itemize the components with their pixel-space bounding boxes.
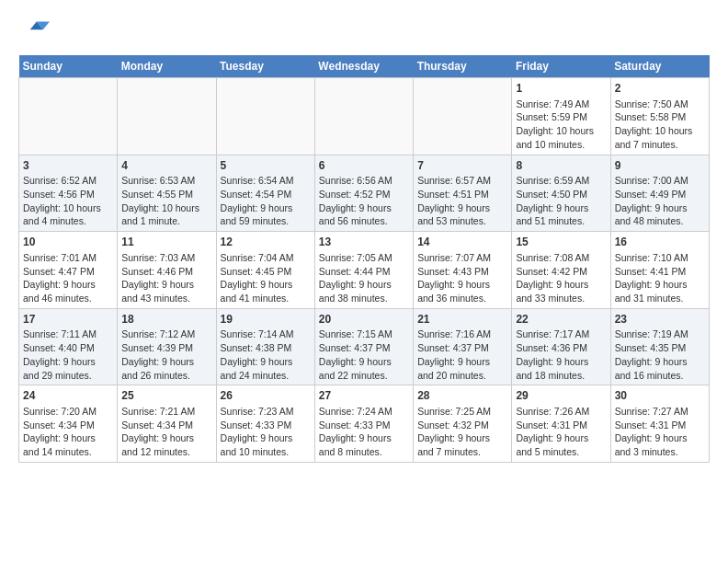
day-number: 1	[516, 81, 606, 97]
day-info: Sunrise: 7:24 AM Sunset: 4:33 PM Dayligh…	[319, 406, 392, 457]
day-number: 4	[121, 158, 211, 174]
day-info: Sunrise: 6:57 AM Sunset: 4:51 PM Dayligh…	[417, 175, 491, 226]
calendar-cell	[19, 78, 118, 155]
day-number: 29	[516, 388, 606, 404]
calendar-cell: 13Sunrise: 7:05 AM Sunset: 4:44 PM Dayli…	[314, 232, 413, 309]
calendar-cell: 5Sunrise: 6:54 AM Sunset: 4:54 PM Daylig…	[216, 155, 314, 232]
calendar-cell: 29Sunrise: 7:26 AM Sunset: 4:31 PM Dayli…	[512, 385, 610, 463]
calendar-cell: 10Sunrise: 7:01 AM Sunset: 4:47 PM Dayli…	[19, 232, 118, 309]
day-info: Sunrise: 7:12 AM Sunset: 4:39 PM Dayligh…	[121, 328, 195, 380]
calendar-cell	[414, 78, 512, 155]
day-info: Sunrise: 7:26 AM Sunset: 4:31 PM Dayligh…	[516, 406, 589, 457]
day-number: 17	[23, 312, 113, 327]
day-number: 10	[23, 235, 113, 250]
day-info: Sunrise: 7:11 AM Sunset: 4:40 PM Dayligh…	[23, 328, 97, 380]
logo-icon	[18, 18, 51, 46]
calendar-cell: 8Sunrise: 6:59 AM Sunset: 4:50 PM Daylig…	[512, 155, 610, 232]
day-number: 23	[615, 312, 705, 327]
day-info: Sunrise: 7:10 AM Sunset: 4:41 PM Dayligh…	[615, 252, 688, 304]
day-number: 14	[417, 235, 507, 250]
calendar-cell: 16Sunrise: 7:10 AM Sunset: 4:41 PM Dayli…	[610, 232, 709, 309]
day-number: 18	[121, 312, 211, 327]
day-number: 15	[516, 235, 606, 250]
weekday-header: Friday	[512, 55, 610, 78]
day-number: 16	[615, 235, 705, 250]
day-info: Sunrise: 7:05 AM Sunset: 4:44 PM Dayligh…	[319, 252, 392, 304]
calendar-cell: 11Sunrise: 7:03 AM Sunset: 4:46 PM Dayli…	[118, 232, 216, 309]
day-info: Sunrise: 6:56 AM Sunset: 4:52 PM Dayligh…	[319, 175, 392, 226]
day-info: Sunrise: 7:19 AM Sunset: 4:35 PM Dayligh…	[615, 328, 688, 380]
day-number: 13	[319, 235, 409, 250]
day-info: Sunrise: 7:25 AM Sunset: 4:32 PM Dayligh…	[417, 406, 491, 457]
day-number: 6	[319, 158, 409, 174]
day-info: Sunrise: 7:23 AM Sunset: 4:33 PM Dayligh…	[221, 406, 294, 457]
calendar-cell: 28Sunrise: 7:25 AM Sunset: 4:32 PM Dayli…	[414, 385, 512, 463]
day-info: Sunrise: 6:53 AM Sunset: 4:55 PM Dayligh…	[121, 175, 199, 226]
calendar-cell: 20Sunrise: 7:15 AM Sunset: 4:37 PM Dayli…	[314, 308, 413, 385]
logo	[18, 18, 55, 46]
calendar-week-row: 1Sunrise: 7:49 AM Sunset: 5:59 PM Daylig…	[19, 78, 710, 155]
calendar-cell: 22Sunrise: 7:17 AM Sunset: 4:36 PM Dayli…	[512, 308, 610, 385]
day-number: 9	[615, 158, 705, 174]
day-info: Sunrise: 7:03 AM Sunset: 4:46 PM Dayligh…	[121, 252, 195, 304]
day-info: Sunrise: 7:49 AM Sunset: 5:59 PM Dayligh…	[516, 98, 594, 150]
calendar-cell: 30Sunrise: 7:27 AM Sunset: 4:31 PM Dayli…	[610, 385, 709, 463]
day-info: Sunrise: 7:04 AM Sunset: 4:45 PM Dayligh…	[221, 252, 294, 304]
day-number: 8	[516, 158, 606, 174]
calendar-week-row: 10Sunrise: 7:01 AM Sunset: 4:47 PM Dayli…	[19, 232, 710, 309]
calendar-cell: 25Sunrise: 7:21 AM Sunset: 4:34 PM Dayli…	[118, 385, 216, 463]
day-info: Sunrise: 7:01 AM Sunset: 4:47 PM Dayligh…	[23, 252, 97, 304]
page-header	[18, 15, 710, 46]
day-info: Sunrise: 7:07 AM Sunset: 4:43 PM Dayligh…	[417, 252, 491, 304]
day-number: 5	[221, 158, 311, 174]
day-info: Sunrise: 6:52 AM Sunset: 4:56 PM Dayligh…	[23, 175, 101, 226]
day-info: Sunrise: 7:27 AM Sunset: 4:31 PM Dayligh…	[615, 406, 688, 457]
calendar-cell	[216, 78, 314, 155]
day-number: 30	[615, 388, 705, 404]
calendar-cell: 3Sunrise: 6:52 AM Sunset: 4:56 PM Daylig…	[19, 155, 118, 232]
day-info: Sunrise: 7:15 AM Sunset: 4:37 PM Dayligh…	[319, 328, 392, 380]
day-info: Sunrise: 7:08 AM Sunset: 4:42 PM Dayligh…	[516, 252, 589, 304]
day-number: 22	[516, 312, 606, 327]
calendar-cell: 4Sunrise: 6:53 AM Sunset: 4:55 PM Daylig…	[118, 155, 216, 232]
calendar-cell: 18Sunrise: 7:12 AM Sunset: 4:39 PM Dayli…	[118, 308, 216, 385]
day-number: 27	[319, 388, 409, 404]
day-info: Sunrise: 7:00 AM Sunset: 4:49 PM Dayligh…	[615, 175, 688, 226]
day-info: Sunrise: 7:16 AM Sunset: 4:37 PM Dayligh…	[417, 328, 491, 380]
weekday-header: Tuesday	[216, 55, 314, 78]
day-info: Sunrise: 7:21 AM Sunset: 4:34 PM Dayligh…	[121, 406, 195, 457]
calendar-cell: 19Sunrise: 7:14 AM Sunset: 4:38 PM Dayli…	[216, 308, 314, 385]
day-number: 11	[121, 235, 211, 250]
calendar-table: SundayMondayTuesdayWednesdayThursdayFrid…	[18, 55, 710, 463]
calendar-cell: 26Sunrise: 7:23 AM Sunset: 4:33 PM Dayli…	[216, 385, 314, 463]
calendar-cell: 7Sunrise: 6:57 AM Sunset: 4:51 PM Daylig…	[414, 155, 512, 232]
day-info: Sunrise: 6:54 AM Sunset: 4:54 PM Dayligh…	[221, 175, 294, 226]
day-number: 3	[23, 158, 113, 174]
day-info: Sunrise: 7:50 AM Sunset: 5:58 PM Dayligh…	[615, 98, 693, 150]
calendar-cell: 21Sunrise: 7:16 AM Sunset: 4:37 PM Dayli…	[414, 308, 512, 385]
calendar-week-row: 17Sunrise: 7:11 AM Sunset: 4:40 PM Dayli…	[19, 308, 710, 385]
day-info: Sunrise: 6:59 AM Sunset: 4:50 PM Dayligh…	[516, 175, 589, 226]
day-number: 19	[221, 312, 311, 327]
day-info: Sunrise: 7:14 AM Sunset: 4:38 PM Dayligh…	[221, 328, 294, 380]
calendar-cell: 6Sunrise: 6:56 AM Sunset: 4:52 PM Daylig…	[314, 155, 413, 232]
day-number: 26	[221, 388, 311, 404]
day-number: 20	[319, 312, 409, 327]
calendar-cell: 23Sunrise: 7:19 AM Sunset: 4:35 PM Dayli…	[610, 308, 709, 385]
calendar-cell: 9Sunrise: 7:00 AM Sunset: 4:49 PM Daylig…	[610, 155, 709, 232]
day-number: 28	[417, 388, 507, 404]
weekday-header: Thursday	[414, 55, 512, 78]
day-number: 2	[615, 81, 705, 97]
day-number: 25	[121, 388, 211, 404]
day-info: Sunrise: 7:20 AM Sunset: 4:34 PM Dayligh…	[23, 406, 97, 457]
day-info: Sunrise: 7:17 AM Sunset: 4:36 PM Dayligh…	[516, 328, 589, 380]
calendar-week-row: 3Sunrise: 6:52 AM Sunset: 4:56 PM Daylig…	[19, 155, 710, 232]
calendar-week-row: 24Sunrise: 7:20 AM Sunset: 4:34 PM Dayli…	[19, 385, 710, 463]
day-number: 12	[221, 235, 311, 250]
calendar-cell: 15Sunrise: 7:08 AM Sunset: 4:42 PM Dayli…	[512, 232, 610, 309]
calendar-cell	[118, 78, 216, 155]
weekday-header: Monday	[118, 55, 216, 78]
calendar-cell: 17Sunrise: 7:11 AM Sunset: 4:40 PM Dayli…	[19, 308, 118, 385]
calendar-cell: 1Sunrise: 7:49 AM Sunset: 5:59 PM Daylig…	[512, 78, 610, 155]
weekday-header: Sunday	[19, 55, 118, 78]
